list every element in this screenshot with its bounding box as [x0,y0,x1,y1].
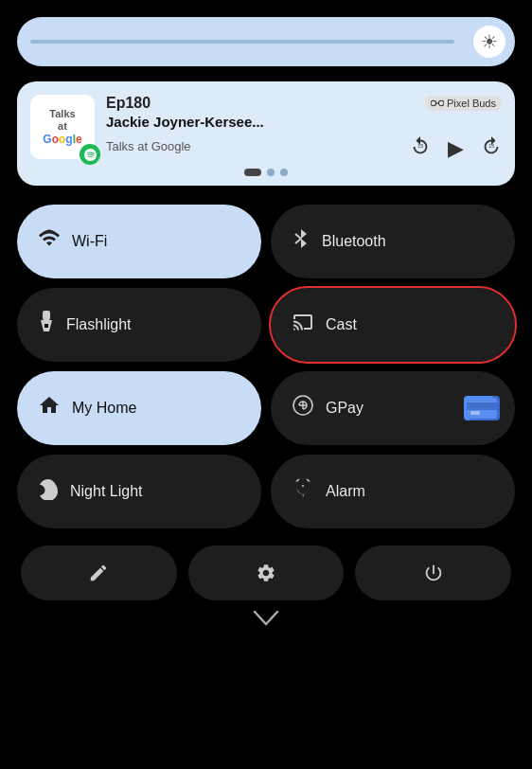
wifi-label: Wi-Fi [72,233,107,250]
tile-alarm[interactable]: Alarm [271,455,515,528]
bluetooth-label: Bluetooth [322,233,386,250]
svg-rect-12 [467,402,497,410]
svg-text:15: 15 [488,143,494,149]
tile-bluetooth[interactable]: Bluetooth [271,205,515,278]
nightlight-icon [38,477,59,506]
flashlight-icon [38,311,55,339]
power-button[interactable] [355,545,511,600]
media-info: Ep180 Pixel Buds Jackie Joyner-Kersee...… [106,95,502,161]
svg-line-6 [295,239,301,243]
settings-button[interactable] [188,545,345,600]
play-button[interactable]: ▶ [448,136,464,161]
svg-line-16 [307,479,310,482]
gpay-label: GPay [326,400,364,417]
svg-text:15: 15 [417,143,423,149]
svg-line-15 [296,479,299,482]
gpay-card-badge [464,396,500,420]
svg-point-1 [438,100,444,106]
cast-icon [292,313,314,337]
pixel-buds-label: Pixel Buds [447,98,496,109]
spotify-badge [80,144,100,165]
dot-1 [244,169,261,176]
alarm-label: Alarm [326,483,365,500]
rewind-button[interactable]: 15 [410,135,431,161]
forward-button[interactable]: 15 [481,135,502,161]
bluetooth-icon [292,227,310,256]
tile-myhome[interactable]: My Home [17,371,261,445]
svg-rect-13 [470,411,480,415]
tile-flashlight[interactable]: Flashlight [17,288,261,362]
alarm-icon [292,477,314,506]
nightlight-label: Night Light [70,483,143,500]
tile-wifi[interactable]: Wi-Fi [17,205,261,278]
pixel-buds-badge: Pixel Buds [425,96,502,111]
quick-tiles-grid: Wi-Fi Bluetooth Flashlight [17,205,515,528]
chevron-down[interactable] [253,610,279,627]
brightness-track [30,40,454,44]
bottom-bar [17,545,515,600]
tile-nightlight[interactable]: Night Light [17,455,261,528]
gpay-icon [292,394,314,422]
tile-cast[interactable]: Cast [271,288,515,362]
svg-rect-7 [43,311,50,320]
svg-rect-9 [44,324,48,328]
home-icon [38,394,61,422]
media-title: Jackie Joyner-Kersee... [106,114,502,130]
wifi-icon [38,229,61,254]
media-show: Talks at Google [106,139,191,153]
brightness-icon: ☀ [473,26,505,58]
media-episode: Ep180 [106,95,151,112]
tile-gpay[interactable]: GPay [271,371,515,445]
media-artwork: Talks at Google [30,95,95,159]
flashlight-label: Flashlight [66,316,131,333]
edit-button[interactable] [21,545,177,600]
dot-3 [280,169,288,176]
svg-point-0 [431,100,436,106]
media-dots [30,169,502,176]
media-card: Talks at Google Ep180 [17,81,515,186]
svg-point-14 [302,485,304,487]
dot-2 [267,169,275,176]
svg-line-5 [295,234,301,239]
brightness-slider[interactable]: ☀ [17,17,515,66]
myhome-label: My Home [72,400,136,417]
cast-label: Cast [326,316,357,333]
